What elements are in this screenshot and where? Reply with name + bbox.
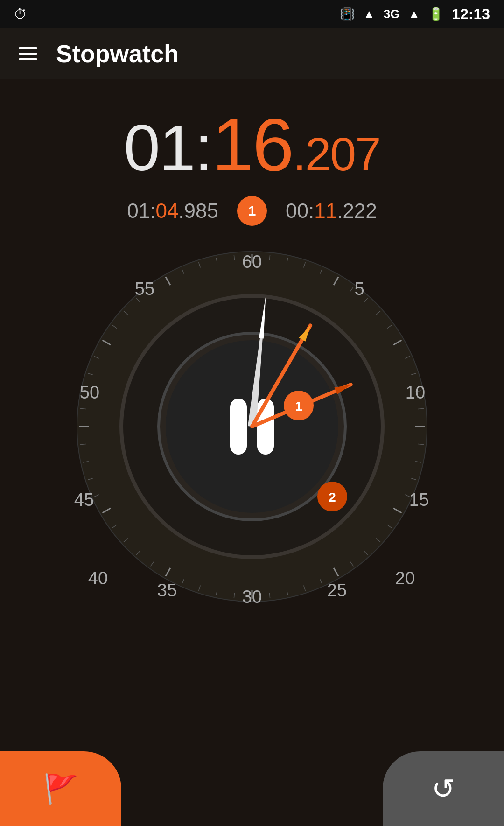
vibrate-icon: 📳 bbox=[340, 7, 355, 21]
time-minutes: 01 bbox=[124, 111, 195, 184]
svg-text:60: 60 bbox=[242, 252, 262, 272]
flag-icon: 🚩 bbox=[43, 772, 78, 805]
bottom-spacer bbox=[121, 751, 383, 826]
hamburger-line-1 bbox=[19, 47, 37, 49]
lap-left-highlight: 04 bbox=[155, 199, 178, 222]
time-colon: : bbox=[195, 111, 212, 184]
lap-badge: 1 bbox=[237, 196, 267, 226]
svg-text:35: 35 bbox=[157, 581, 177, 600]
time-dot: . bbox=[293, 128, 305, 180]
svg-text:45: 45 bbox=[74, 490, 94, 510]
svg-text:30: 30 bbox=[242, 587, 262, 607]
battery-icon: 🔋 bbox=[428, 7, 443, 21]
svg-text:5: 5 bbox=[354, 279, 364, 299]
status-left: ⏱ bbox=[14, 7, 27, 22]
svg-rect-64 bbox=[230, 399, 247, 455]
lap-right-prefix: 00: bbox=[286, 199, 314, 222]
svg-text:2: 2 bbox=[329, 490, 336, 504]
lap-left-suffix: .985 bbox=[178, 199, 218, 222]
hamburger-line-2 bbox=[19, 53, 37, 55]
app-header: Stopwatch bbox=[0, 28, 504, 79]
status-time: 12:13 bbox=[452, 6, 490, 23]
clock-svg: 60 5 10 15 20 25 30 35 40 45 50 55 bbox=[70, 245, 434, 609]
stopwatch-status-icon: ⏱ bbox=[14, 7, 27, 22]
reset-button[interactable]: ↺ bbox=[383, 751, 504, 826]
lap-time-right: 00:11.222 bbox=[286, 199, 377, 223]
clock-face: 60 5 10 15 20 25 30 35 40 45 50 55 bbox=[70, 245, 434, 609]
bottom-bar: 🚩 ↺ bbox=[0, 751, 504, 826]
hamburger-line-3 bbox=[19, 58, 37, 60]
svg-text:55: 55 bbox=[135, 279, 154, 299]
svg-text:20: 20 bbox=[395, 568, 415, 588]
lap-right-highlight: 11 bbox=[314, 199, 337, 222]
lap-left-prefix: 01: bbox=[127, 199, 155, 222]
svg-text:50: 50 bbox=[80, 383, 99, 402]
status-right: 📳 ▲ 3G ▲ 🔋 12:13 bbox=[340, 6, 490, 23]
wifi-icon: ▲ bbox=[363, 7, 375, 21]
lap-right-suffix: .222 bbox=[337, 199, 377, 222]
lap-times-row: 01:04.985 1 00:11.222 bbox=[0, 191, 504, 240]
svg-text:10: 10 bbox=[406, 383, 425, 402]
svg-text:40: 40 bbox=[88, 568, 108, 588]
svg-text:1: 1 bbox=[295, 399, 302, 413]
network-label: 3G bbox=[384, 7, 400, 21]
lap-time-left: 01:04.985 bbox=[127, 199, 218, 223]
main-time-display: 01:16.207 bbox=[0, 79, 504, 191]
svg-rect-65 bbox=[257, 399, 274, 455]
signal-icon: ▲ bbox=[408, 7, 420, 21]
time-millis: 207 bbox=[305, 128, 380, 180]
big-time-value: 01:16.207 bbox=[0, 107, 504, 182]
hamburger-menu-button[interactable] bbox=[19, 47, 37, 60]
svg-text:15: 15 bbox=[409, 490, 429, 510]
time-seconds: 16 bbox=[212, 103, 293, 186]
flag-button[interactable]: 🚩 bbox=[0, 751, 121, 826]
reset-icon: ↺ bbox=[432, 772, 455, 805]
status-bar: ⏱ 📳 ▲ 3G ▲ 🔋 12:13 bbox=[0, 0, 504, 28]
svg-text:25: 25 bbox=[327, 581, 347, 600]
clock-container: 60 5 10 15 20 25 30 35 40 45 50 55 bbox=[0, 245, 504, 609]
page-title: Stopwatch bbox=[56, 40, 179, 68]
